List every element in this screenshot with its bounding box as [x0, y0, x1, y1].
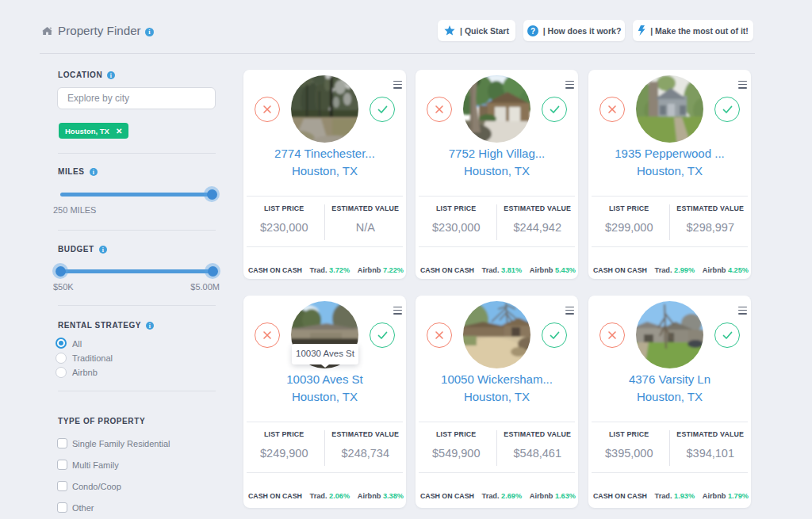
svg-text:i: i — [149, 322, 151, 329]
svg-text:i: i — [110, 71, 113, 78]
svg-text:i: i — [102, 246, 105, 253]
svg-text:i: i — [92, 168, 94, 175]
svg-text:?: ? — [530, 26, 535, 35]
